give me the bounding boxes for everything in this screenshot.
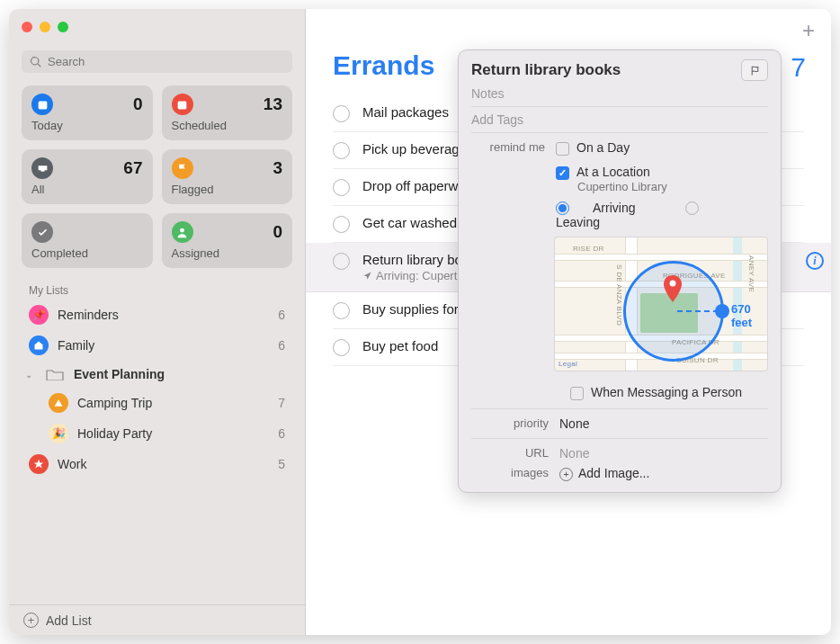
leaving-label: Leaving: [556, 215, 600, 229]
list-label: Family: [58, 338, 269, 353]
person-icon: [172, 221, 193, 243]
arriving-label: Arriving: [593, 201, 635, 215]
list-count: 6: [278, 426, 285, 441]
home-icon: [29, 335, 49, 355]
radius-value: 670 feet: [731, 302, 767, 329]
reminder-detail-popover: Return library books Notes Add Tags remi…: [458, 49, 782, 493]
smart-list-label: All: [31, 183, 143, 196]
location-name[interactable]: Cupertino Library: [577, 180, 768, 193]
radius-handle[interactable]: [715, 304, 729, 318]
folder-icon: [45, 366, 65, 382]
titlebar: [9, 9, 68, 45]
tent-icon: [49, 393, 68, 413]
smart-lists-grid: 0 Today 13 Scheduled 67 All: [9, 85, 305, 277]
search-input[interactable]: [48, 55, 284, 68]
notes-field[interactable]: Notes: [471, 81, 768, 107]
smart-list-label: Completed: [31, 246, 143, 260]
calendar-icon: [31, 94, 53, 115]
priority-value[interactable]: None: [559, 416, 768, 431]
smart-list-flagged[interactable]: 3 Flagged: [162, 149, 293, 204]
on-a-day-label: On a Day: [576, 140, 630, 155]
smart-list-all[interactable]: 67 All: [22, 149, 153, 204]
smart-list-assigned[interactable]: 0 Assigned: [162, 213, 293, 268]
smart-list-count: 13: [264, 94, 282, 114]
close-window-button[interactable]: [22, 22, 32, 32]
svg-rect-1: [178, 101, 187, 109]
star-icon: [29, 454, 49, 474]
complete-toggle[interactable]: [333, 142, 350, 159]
smart-list-count: 0: [273, 222, 282, 242]
location-arrow-icon: [362, 271, 372, 281]
calendar-icon: [172, 94, 193, 115]
remind-me-label: remind me: [471, 140, 556, 371]
map-legal-link[interactable]: Legal: [559, 360, 577, 368]
complete-toggle[interactable]: [333, 179, 350, 196]
smart-list-label: Today: [31, 119, 143, 132]
map-pin-icon: [663, 275, 683, 302]
complete-toggle[interactable]: [333, 216, 350, 233]
leaving-radio[interactable]: [685, 201, 699, 215]
svg-rect-0: [38, 101, 47, 109]
sidebar-list-family[interactable]: Family 6: [18, 330, 296, 361]
list-count: 7: [278, 396, 285, 410]
url-label: URL: [471, 446, 559, 461]
flag-icon: [749, 65, 761, 76]
sidebar-list-holiday-party[interactable]: 🎉 Holiday Party 6: [18, 418, 296, 449]
sidebar-list-reminders[interactable]: 📌 Reminders 6: [18, 300, 296, 330]
smart-list-count: 3: [273, 158, 282, 178]
sidebar-list-work[interactable]: Work 5: [18, 449, 296, 479]
complete-toggle[interactable]: [333, 302, 350, 319]
party-icon: 🎉: [49, 424, 68, 443]
smart-list-count: 67: [123, 158, 142, 178]
sidebar-folder-event-planning[interactable]: ⌄ Event Planning: [18, 361, 296, 388]
complete-toggle[interactable]: [333, 339, 350, 356]
my-lists: 📌 Reminders 6 Family 6 ⌄ Event Planning …: [9, 300, 305, 604]
tags-field[interactable]: Add Tags: [471, 107, 768, 133]
when-messaging-checkbox[interactable]: [570, 387, 584, 400]
smart-list-label: Assigned: [172, 246, 283, 260]
list-total-count: 7: [791, 52, 806, 83]
smart-list-scheduled[interactable]: 13 Scheduled: [162, 85, 293, 140]
smart-list-today[interactable]: 0 Today: [22, 85, 153, 140]
when-messaging-label: When Messaging a Person: [591, 385, 742, 399]
smart-list-count: 0: [133, 94, 143, 114]
location-map[interactable]: RISE DR S DE ANZA BLVD RODRIGUES AVE ANE…: [554, 237, 768, 371]
list-label: Work: [58, 457, 269, 471]
map-street-label: ANEY AVE: [747, 255, 755, 292]
detail-title[interactable]: Return library books: [471, 61, 621, 79]
list-label: Holiday Party: [77, 426, 269, 441]
add-image-button[interactable]: +Add Image...: [559, 466, 768, 481]
add-reminder-button[interactable]: +: [802, 18, 815, 43]
add-list-button[interactable]: + Add List: [9, 604, 305, 635]
minimize-window-button[interactable]: [40, 22, 50, 32]
plus-icon: +: [23, 613, 39, 628]
complete-toggle[interactable]: [333, 105, 350, 122]
url-value[interactable]: None: [559, 446, 768, 461]
svg-point-3: [670, 281, 676, 287]
smart-list-completed[interactable]: Completed: [22, 213, 153, 268]
sidebar-list-camping-trip[interactable]: Camping Trip 7: [18, 388, 296, 418]
arriving-radio[interactable]: [556, 201, 569, 215]
at-location-checkbox[interactable]: [556, 166, 569, 180]
complete-toggle[interactable]: [333, 253, 350, 270]
info-button[interactable]: i: [806, 252, 824, 270]
search-field[interactable]: [22, 50, 292, 73]
chevron-down-icon[interactable]: ⌄: [25, 370, 36, 380]
flag-icon: [172, 157, 193, 179]
priority-label: priority: [471, 416, 559, 431]
search-icon: [30, 56, 42, 68]
flag-button[interactable]: [741, 59, 768, 81]
smart-list-label: Flagged: [172, 183, 283, 196]
list-count: 6: [278, 338, 285, 353]
map-street-label: S DE ANZA BLVD: [615, 264, 623, 326]
smart-list-label: Scheduled: [172, 119, 283, 132]
on-a-day-checkbox[interactable]: [556, 142, 569, 156]
at-location-label: At a Location: [576, 165, 650, 179]
list-count: 5: [278, 457, 285, 471]
images-label: images: [471, 466, 559, 481]
zoom-window-button[interactable]: [58, 22, 68, 32]
sidebar: 0 Today 13 Scheduled 67 All: [9, 9, 306, 635]
pin-icon: 📌: [29, 305, 49, 325]
list-count: 6: [278, 308, 285, 322]
plus-icon: +: [559, 468, 573, 481]
